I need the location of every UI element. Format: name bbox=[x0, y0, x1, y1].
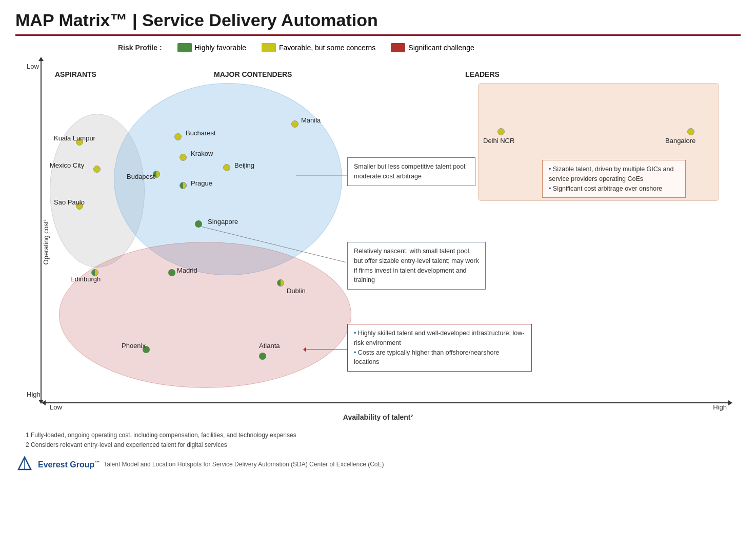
callout-major-contenders: Smaller but less competitive talent pool… bbox=[347, 157, 475, 186]
label-mexico-city: Mexico City bbox=[50, 161, 84, 169]
label-singapore: Singapore bbox=[208, 218, 238, 225]
callout-major-contenders-text: Smaller but less competitive talent pool… bbox=[354, 163, 467, 180]
dot-dublin bbox=[277, 279, 284, 286]
dot-bangalore bbox=[687, 128, 694, 135]
brand-name: Everest Group™ bbox=[38, 460, 100, 469]
footer-caption: Talent Model and Location Hotspots for S… bbox=[104, 461, 384, 468]
section-leaders: LEADERS bbox=[465, 70, 500, 78]
yellow-swatch bbox=[262, 43, 276, 52]
y-high-label: High bbox=[27, 391, 41, 398]
dot-delhi-ncr bbox=[498, 128, 505, 135]
label-krakow: Krakow bbox=[191, 150, 213, 157]
label-madrid: Madrid bbox=[177, 266, 197, 274]
footer: Everest Group™ Talent Model and Location… bbox=[15, 455, 741, 474]
y-low-label: Low bbox=[27, 63, 39, 70]
x-axis-title: Availability of talent² bbox=[343, 413, 413, 421]
footnote-1: 1 Fully-loaded, ongoing operating cost, … bbox=[26, 430, 741, 440]
callout-leaders-item-1: Sizable talent, driven by multiple GICs … bbox=[549, 165, 679, 184]
legend-item-yellow: Favorable, but some concerns bbox=[262, 43, 375, 52]
label-edinburgh: Edinburgh bbox=[70, 275, 101, 283]
label-bucharest: Bucharest bbox=[186, 129, 216, 137]
callout-leaders: Sizable talent, driven by multiple GICs … bbox=[542, 160, 686, 198]
legend-label: Risk Profile : bbox=[118, 44, 162, 52]
label-bangalore: Bangalore bbox=[665, 137, 695, 145]
dot-atlanta bbox=[259, 353, 266, 360]
legend-item-green: Highly favorable bbox=[177, 43, 246, 52]
legend-green-label: Highly favorable bbox=[195, 44, 246, 52]
label-phoenix: Phoenix bbox=[122, 342, 146, 350]
page-title: MAP Matrix™ | Service Delivery Automatio… bbox=[15, 10, 741, 36]
x-low-label: Low bbox=[50, 403, 62, 411]
chart-area: Low High Operating cost¹ Low High Availa… bbox=[19, 57, 737, 426]
label-manila: Manila bbox=[301, 116, 321, 124]
section-major-contenders: MAJOR CONTENDERS bbox=[214, 70, 292, 78]
label-prague: Prague bbox=[191, 179, 212, 187]
x-axis-arrow bbox=[45, 402, 729, 403]
label-delhi-ncr: Delhi NCR bbox=[483, 137, 514, 145]
label-atlanta: Atlanta bbox=[259, 342, 280, 350]
dot-bucharest bbox=[174, 133, 182, 140]
callout-high-cost-list: Highly skilled talent and well-developed… bbox=[354, 329, 525, 367]
callout-high-cost-item-2: Costs are typically higher than offshore… bbox=[354, 348, 525, 367]
callout-leaders-list: Sizable talent, driven by multiple GICs … bbox=[549, 165, 679, 193]
callout-nascent-text: Relatively nascent, with small talent po… bbox=[354, 248, 479, 283]
green-swatch bbox=[177, 43, 192, 52]
callout-major-contenders-line bbox=[296, 168, 350, 183]
y-axis-arrow bbox=[41, 60, 42, 401]
svg-line-1 bbox=[201, 227, 346, 262]
label-beijing: Beijing bbox=[234, 161, 254, 169]
dot-beijing bbox=[223, 164, 230, 171]
footnotes: 1 Fully-loaded, ongoing operating cost, … bbox=[15, 430, 741, 450]
legend-item-red: Significant challenge bbox=[391, 43, 474, 52]
footnote-2: 2 Considers relevant entry-level and exp… bbox=[26, 440, 741, 450]
red-swatch bbox=[391, 43, 405, 52]
label-sao-paulo: Sao Paulo bbox=[54, 198, 85, 206]
dot-mexico-city bbox=[93, 166, 101, 173]
dot-madrid bbox=[168, 269, 175, 276]
label-kuala-lumpur: Kuala Lumpur bbox=[54, 134, 95, 142]
legend-row: Risk Profile : Highly favorable Favorabl… bbox=[15, 43, 741, 52]
callout-high-cost: Highly skilled talent and well-developed… bbox=[347, 324, 532, 372]
label-dublin: Dublin bbox=[287, 287, 306, 295]
y-axis-title: Operating cost¹ bbox=[42, 219, 50, 265]
dot-krakow bbox=[180, 154, 187, 161]
callout-nascent: Relatively nascent, with small talent po… bbox=[347, 242, 486, 290]
callout-leaders-item-2: Significant cost arbitrage over onshore bbox=[549, 184, 679, 194]
callout-high-cost-item-1: Highly skilled talent and well-developed… bbox=[354, 329, 525, 348]
legend-red-label: Significant challenge bbox=[408, 44, 474, 52]
label-budapest: Budapest bbox=[127, 173, 155, 180]
callout-high-cost-line bbox=[306, 344, 350, 355]
callout-nascent-line bbox=[201, 227, 350, 268]
everest-group-logo-icon bbox=[15, 455, 34, 474]
dot-manila bbox=[291, 120, 299, 128]
legend-yellow-label: Favorable, but some concerns bbox=[279, 44, 375, 52]
section-aspirants: ASPIRANTS bbox=[55, 70, 96, 78]
dot-prague bbox=[180, 182, 187, 189]
x-high-label: High bbox=[713, 403, 727, 411]
